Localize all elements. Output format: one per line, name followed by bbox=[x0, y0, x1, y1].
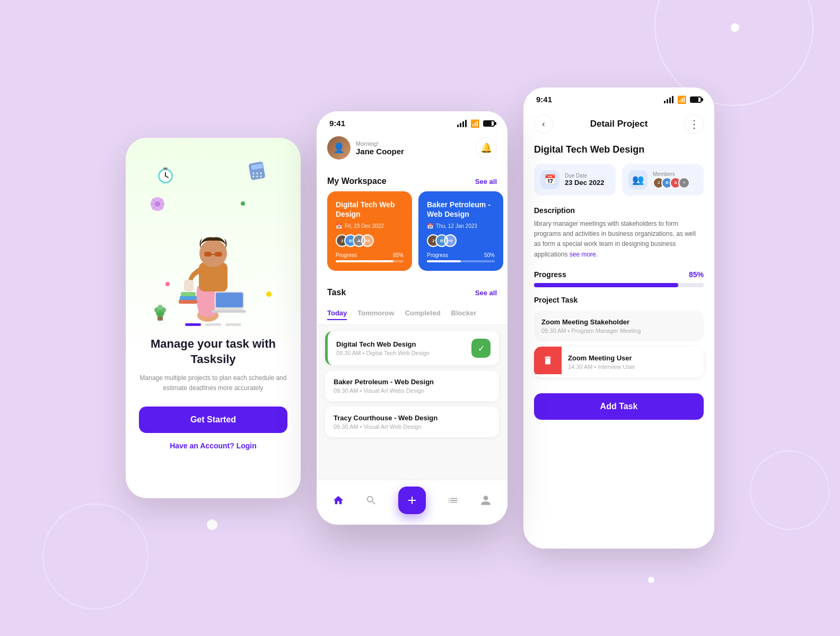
progress-value: 85% bbox=[689, 270, 704, 279]
nav-add[interactable] bbox=[398, 487, 426, 514]
status-bar: 9:41 📶 bbox=[317, 111, 508, 132]
members-card: 👥 Members J B A + bbox=[622, 164, 704, 196]
dot-2[interactable] bbox=[205, 323, 221, 326]
project-task-1[interactable]: Zoom Meeting Stakeholder 09.30 AM • Prog… bbox=[534, 311, 704, 341]
nav-search[interactable] bbox=[365, 494, 377, 506]
task-item-1[interactable]: Digital Tech Web Design 09.30 AM • Digit… bbox=[325, 331, 499, 365]
svg-rect-25 bbox=[204, 252, 212, 257]
mini-avatar-more: +5 bbox=[361, 234, 374, 247]
task-3-info: Tracy Courthouse - Web Design 09.30 AM •… bbox=[334, 414, 491, 430]
signal-bar-2 bbox=[460, 123, 461, 127]
due-date-card: 📅 Due Date 23 Dec 2022 bbox=[534, 164, 616, 196]
dot-3[interactable] bbox=[225, 323, 241, 326]
svg-point-11 bbox=[252, 175, 255, 178]
dot-decoration bbox=[241, 201, 245, 206]
progress-header: Progress 85% bbox=[534, 270, 704, 279]
add-task-button[interactable]: Add Task bbox=[534, 393, 704, 420]
calendar-icon: 📅 bbox=[336, 223, 342, 229]
progress-label: Progress bbox=[534, 270, 566, 279]
svg-point-13 bbox=[260, 175, 262, 178]
workspace-card-1[interactable]: Digital Tech Web Design 📅 Fri, 23 Dec 20… bbox=[327, 191, 412, 271]
notification-button[interactable]: 🔔 bbox=[476, 137, 497, 158]
task-section-header: Task See all bbox=[317, 279, 508, 303]
tab-today[interactable]: Today bbox=[327, 309, 347, 320]
signal-bar-1 bbox=[664, 101, 666, 103]
svg-rect-28 bbox=[184, 280, 194, 292]
disc-icon bbox=[150, 196, 165, 212]
due-date-label: Due Date bbox=[565, 173, 604, 179]
task-item-2[interactable]: Baker Petroleum - Web Design 09.30 AM • … bbox=[325, 370, 499, 401]
workspace-title: My Workspace bbox=[327, 176, 387, 186]
progress-bar-fill bbox=[534, 283, 678, 287]
more-options-button[interactable]: ⋮ bbox=[685, 114, 704, 134]
signal-bar-3 bbox=[462, 121, 464, 127]
login-link[interactable]: Login bbox=[237, 441, 257, 450]
onboarding-title: Manage your task with Tasksily bbox=[139, 337, 287, 367]
tab-tomorrow[interactable]: Tommorow bbox=[357, 309, 394, 320]
ptask-1-meta: 09.30 AM • Program Manager Meeting bbox=[541, 328, 696, 334]
members-avatars: J B A + bbox=[653, 177, 687, 189]
workspace-see-all[interactable]: See all bbox=[475, 178, 497, 186]
avatar: 👤 bbox=[327, 136, 351, 160]
get-started-button[interactable]: Get Started bbox=[139, 407, 287, 433]
wcard-2-progress-fill bbox=[427, 260, 461, 262]
person-figure bbox=[168, 217, 258, 323]
wcard-1-progress-value: 85% bbox=[393, 252, 404, 258]
signal-bar-4 bbox=[672, 96, 673, 103]
svg-point-9 bbox=[256, 172, 258, 174]
wcard-1-date: 📅 Fri, 23 Dec 2022 bbox=[336, 223, 404, 229]
nav-profile[interactable] bbox=[480, 494, 492, 506]
see-more-link[interactable]: see more. bbox=[570, 251, 598, 258]
task-1-meta: 09.30 AM • Digital Tech Web Design bbox=[336, 350, 471, 356]
mini-avatar-more: +5 bbox=[444, 234, 457, 247]
illustration bbox=[139, 154, 287, 323]
dot-1[interactable] bbox=[185, 323, 201, 326]
project-task-2[interactable]: Zoom Meeting User 14.30 AM • Interview U… bbox=[534, 347, 704, 377]
task-3-meta: 09.30 AM • Visual Art Web Design bbox=[334, 423, 491, 430]
battery-icon-3 bbox=[690, 96, 702, 103]
clock-icon bbox=[155, 164, 176, 186]
delete-icon[interactable] bbox=[534, 347, 562, 374]
due-date-value: 23 Dec 2022 bbox=[565, 179, 604, 187]
svg-rect-34 bbox=[181, 292, 196, 296]
user-name: Jane Cooper bbox=[356, 147, 404, 156]
tab-blocker[interactable]: Blocker bbox=[451, 309, 477, 320]
workspace-card-2[interactable]: Baker Petroleum - Web Design 📅 Thu, 12 J… bbox=[418, 191, 503, 271]
user-info: 👤 Morning! Jane Cooper bbox=[327, 136, 404, 160]
svg-point-10 bbox=[260, 172, 262, 174]
plant-icon bbox=[152, 302, 168, 321]
back-button[interactable]: ‹ bbox=[534, 114, 553, 134]
workspace-section-header: My Workspace See all bbox=[317, 168, 508, 191]
svg-point-39 bbox=[158, 305, 163, 310]
svg-rect-30 bbox=[216, 293, 243, 307]
wcard-2-progress-label: Progress 50% bbox=[427, 252, 495, 258]
workspace-cards: Digital Tech Web Design 📅 Fri, 23 Dec 20… bbox=[317, 191, 508, 279]
phone-main-app: 9:41 📶 � bbox=[317, 111, 508, 525]
wcard-2-avatars: J B +5 bbox=[427, 234, 495, 247]
task-3-name: Tracy Courthouse - Web Design bbox=[334, 414, 491, 422]
project-task-title: Project Task bbox=[534, 296, 704, 304]
wcard-1-title: Digital Tech Web Design bbox=[336, 200, 404, 219]
member-avatar-4: + bbox=[678, 177, 690, 189]
detail-header: ‹ Detail Project ⋮ bbox=[523, 108, 714, 140]
task-1-check[interactable]: ✓ bbox=[471, 339, 491, 358]
phone-detail: 9:41 📶 ‹ Detail Project bbox=[523, 87, 714, 549]
svg-rect-31 bbox=[212, 310, 246, 313]
description-text: library manager meetings with stakeholde… bbox=[523, 219, 714, 262]
tab-completed[interactable]: Completed bbox=[405, 309, 440, 320]
status-bar-3: 9:41 📶 bbox=[523, 87, 714, 108]
description-label: Description bbox=[523, 206, 714, 219]
app-header: 👤 Morning! Jane Cooper 🔔 bbox=[317, 132, 508, 168]
members-info: Members J B A + bbox=[653, 171, 687, 189]
due-date-info: Due Date 23 Dec 2022 bbox=[565, 173, 604, 187]
ptask-1-name: Zoom Meeting Stakeholder bbox=[541, 318, 696, 326]
task-tabs: Today Tommorow Completed Blocker bbox=[317, 303, 508, 325]
progress-bar bbox=[534, 283, 704, 287]
task-title: Task bbox=[327, 288, 346, 297]
svg-point-22 bbox=[199, 240, 227, 267]
task-item-3[interactable]: Tracy Courthouse - Web Design 09.30 AM •… bbox=[325, 407, 499, 437]
nav-list[interactable] bbox=[447, 494, 459, 506]
task-see-all[interactable]: See all bbox=[475, 289, 497, 297]
svg-point-8 bbox=[252, 172, 255, 174]
nav-home[interactable] bbox=[332, 494, 344, 506]
